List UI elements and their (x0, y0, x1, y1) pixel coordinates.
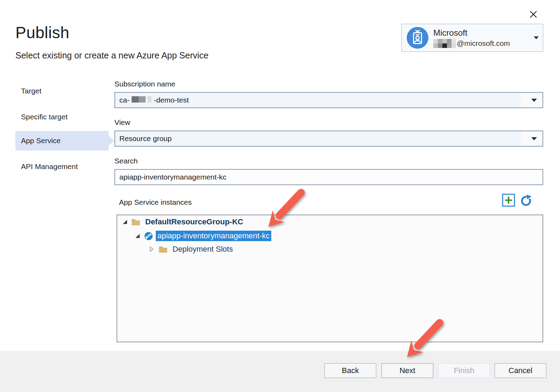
refresh-icon (520, 194, 532, 207)
plus-icon (502, 194, 515, 207)
tree-row-deployment-slots[interactable]: Deployment Slots (149, 245, 233, 254)
sidebar-item-label: App Service (21, 136, 61, 145)
search-label: Search (114, 157, 138, 165)
tree-row-resource-group[interactable]: DefaultResourceGroup-KC (123, 217, 243, 226)
chevron-down-icon (531, 99, 537, 102)
sidebar-item-label: API Management (21, 162, 78, 171)
view-label: View (114, 118, 130, 127)
account-email-domain: @microsoft.com (457, 39, 510, 48)
close-icon (529, 10, 538, 19)
view-value: Resource group (115, 134, 531, 143)
subscription-label: Subscription name (114, 80, 175, 88)
view-dropdown[interactable]: Resource group (114, 131, 543, 147)
finish-button: Finish (438, 363, 490, 378)
subscription-value: ca--demo-test (115, 96, 531, 104)
page-title: Publish (15, 23, 69, 42)
account-picker[interactable]: Microsoft @microsoft.com (401, 24, 543, 52)
account-email: @microsoft.com (433, 39, 532, 48)
add-app-service-button[interactable] (502, 194, 515, 207)
tree-item-label-selected: apiapp-inventorymanagement-kc (156, 231, 271, 241)
chevron-down-icon (531, 137, 537, 140)
subscription-dropdown[interactable]: ca--demo-test (114, 92, 543, 108)
sidebar-item-label: Target (21, 87, 41, 95)
folder-icon (159, 246, 168, 253)
tree-row-app-service[interactable]: apiapp-inventorymanagement-kc (135, 231, 271, 241)
cancel-button[interactable]: Cancel (495, 363, 546, 378)
expander-expanded-icon[interactable] (135, 234, 140, 238)
search-input[interactable] (114, 169, 543, 185)
next-button[interactable]: Next (382, 363, 433, 378)
instances-label: App Service instances (119, 198, 192, 206)
sidebar-item-label: Specific target (21, 113, 68, 121)
sidebar-item-api-management[interactable]: API Management (15, 158, 108, 175)
expander-collapsed-icon[interactable] (149, 246, 154, 252)
sidebar-item-app-service[interactable]: App Service (15, 131, 108, 150)
tree-item-label: DefaultResourceGroup-KC (145, 217, 243, 226)
tree-item-label: Deployment Slots (173, 245, 233, 254)
redacted-email (433, 39, 456, 48)
expander-expanded-icon[interactable] (123, 220, 127, 224)
sidebar-item-target[interactable]: Target (15, 83, 108, 99)
sidebar-item-specific-target[interactable]: Specific target (15, 108, 108, 125)
account-badge-icon (407, 27, 428, 49)
folder-icon (131, 218, 140, 226)
app-service-globe-icon (144, 231, 153, 241)
redacted-subscription (132, 96, 152, 103)
app-service-instances-tree[interactable]: DefaultResourceGroup-KC apiapp-inventory… (117, 215, 543, 342)
account-dropdown-icon[interactable] (534, 36, 539, 39)
account-provider: Microsoft (433, 28, 532, 38)
page-subtitle: Select existing or create a new Azure Ap… (15, 50, 209, 61)
refresh-button[interactable] (520, 194, 532, 207)
close-button[interactable] (528, 9, 539, 20)
back-button[interactable]: Back (324, 363, 376, 378)
